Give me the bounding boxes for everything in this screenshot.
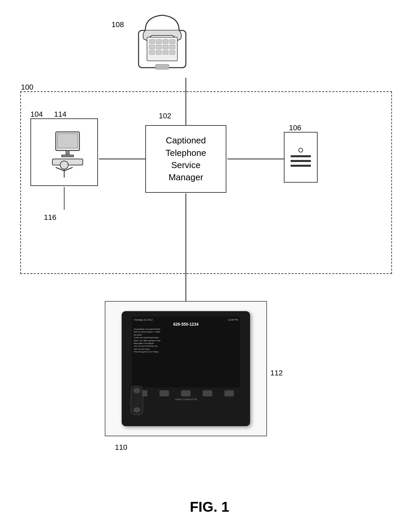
svg-rect-13	[163, 40, 168, 44]
server-line-2	[291, 160, 311, 162]
svg-rect-20	[156, 50, 162, 54]
manager-box: CaptionedTelephoneServiceManager	[145, 125, 226, 193]
label-114: 114	[54, 110, 67, 119]
ctrl-btn-3[interactable]	[181, 390, 191, 396]
ctrl-btn-5[interactable]	[224, 390, 234, 396]
server-circle	[298, 148, 303, 153]
svg-point-29	[60, 161, 68, 169]
label-112: 112	[270, 369, 283, 377]
label-104: 104	[30, 110, 43, 119]
device-controls	[132, 390, 240, 396]
svg-rect-15	[149, 45, 155, 49]
screen-date: Tuesday 19, 2012	[134, 319, 153, 321]
caption-phone-box: Tuesday 19, 2012 12:06 PM 626-555-1234 H…	[105, 301, 267, 436]
svg-point-34	[133, 407, 140, 413]
handset-icon	[128, 386, 145, 416]
label-102: 102	[159, 112, 171, 120]
svg-rect-12	[156, 40, 162, 44]
diagram-container: 108 100 104 114 116 CaptionedTele	[0, 0, 419, 532]
ctrl-btn-4[interactable]	[203, 390, 212, 396]
svg-rect-27	[61, 155, 74, 157]
device-brand: clarity CaptionCall	[175, 398, 197, 401]
svg-rect-23	[155, 64, 169, 69]
svg-rect-21	[163, 50, 168, 54]
label-106: 106	[289, 123, 301, 132]
label-110: 110	[115, 443, 127, 452]
ctrl-btn-2[interactable]	[159, 390, 169, 396]
label-116: 116	[44, 213, 56, 222]
svg-rect-16	[156, 45, 162, 49]
manager-label: CaptionedTelephoneServiceManager	[166, 134, 206, 184]
caption-device: Tuesday 19, 2012 12:06 PM 626-555-1234 H…	[122, 311, 250, 426]
workstation-icon	[37, 125, 91, 179]
svg-rect-14	[170, 40, 175, 44]
svg-rect-17	[163, 45, 168, 49]
figure-label: FIG. 1	[190, 499, 229, 515]
svg-rect-11	[149, 40, 155, 44]
server-box	[284, 132, 318, 183]
server-line-3	[291, 165, 311, 167]
device-screen: Tuesday 19, 2012 12:06 PM 626-555-1234 H…	[132, 317, 240, 388]
caption-text: Hi grandpa! I just got finished with my …	[134, 328, 238, 353]
screen-header: Tuesday 19, 2012 12:06 PM	[134, 319, 238, 321]
phone-number-display: 626-555-1234	[134, 322, 238, 327]
screen-time: 12:06 PM	[228, 319, 238, 321]
svg-rect-25	[57, 134, 78, 148]
label-100: 100	[21, 83, 33, 92]
svg-rect-19	[149, 50, 155, 54]
server-line-1	[291, 155, 311, 157]
workstation-box	[30, 118, 98, 186]
telephone-device	[128, 10, 196, 78]
label-108: 108	[112, 20, 124, 29]
svg-point-33	[133, 388, 140, 393]
svg-rect-18	[170, 45, 175, 49]
svg-rect-22	[170, 50, 175, 54]
